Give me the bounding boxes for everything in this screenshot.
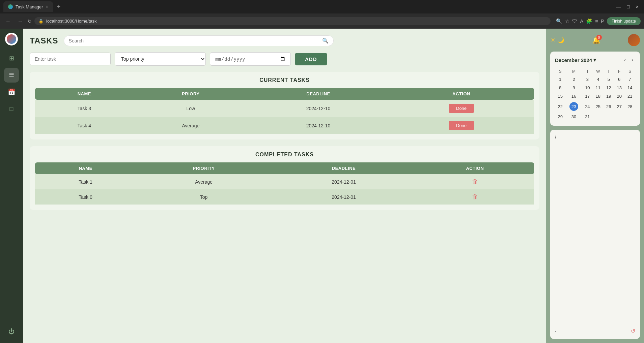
calendar-grid: S M T W T F S 12345678910111213141516171… — [555, 68, 635, 121]
calendar-day[interactable]: 23 — [565, 100, 582, 113]
moon-icon[interactable]: 🌙 — [558, 37, 564, 43]
task-input[interactable] — [30, 53, 111, 65]
calendar-day[interactable]: 28 — [624, 100, 635, 113]
notification-btn[interactable]: 🔔 0 — [592, 36, 600, 44]
table-row: Task 3 Low 2024-12-10 Done — [35, 100, 534, 117]
day-header-s: S — [555, 68, 565, 75]
calendar-day[interactable]: 20 — [614, 92, 624, 100]
calendar-prev-btn[interactable]: ‹ — [622, 56, 628, 64]
calendar-day[interactable]: 11 — [593, 84, 603, 92]
address-bar[interactable]: 🔒 localhost:3000/Home/task — [34, 17, 551, 25]
search-bar[interactable]: 🔍 — [64, 35, 334, 46]
search-input[interactable] — [69, 38, 319, 43]
forward-btn[interactable]: → — [16, 17, 25, 26]
shield-icon[interactable]: 🛡 — [572, 18, 577, 24]
logout-icon: ⏻ — [8, 328, 15, 335]
delete-icon[interactable]: 🗑 — [472, 178, 478, 185]
done-btn[interactable]: Done — [449, 121, 474, 130]
current-tasks-table: NAME PRIORY DEADLINE ACTION Task 3 Low 2… — [35, 88, 534, 134]
calendar-day[interactable]: 21 — [624, 92, 635, 100]
table-row: Task 0 Top 2024-12-01 🗑 — [35, 189, 534, 205]
new-tab-btn[interactable]: + — [54, 2, 63, 12]
calendar-day[interactable]: 15 — [555, 92, 565, 100]
col-deadline: DEADLINE — [272, 162, 416, 174]
calendar-day[interactable]: 14 — [624, 84, 635, 92]
calendar-day[interactable]: 31 — [582, 113, 593, 121]
calendar-next-btn[interactable]: › — [629, 56, 635, 64]
calendar-day[interactable]: 1 — [555, 75, 565, 84]
task-action[interactable]: 🗑 — [416, 174, 534, 189]
profile-icon[interactable]: A — [580, 18, 583, 24]
calendar-day[interactable]: 6 — [614, 75, 624, 84]
calendar-day[interactable]: 8 — [555, 84, 565, 92]
calendar-day[interactable]: 30 — [565, 113, 582, 121]
calendar-day[interactable]: 19 — [604, 92, 614, 100]
menu-icon[interactable]: ≡ — [595, 18, 598, 24]
calendar-day[interactable]: 12 — [604, 84, 614, 92]
notes-refresh-icon[interactable]: ↺ — [631, 328, 635, 334]
sidebar-item-board[interactable]: □ — [4, 101, 19, 116]
calendar-day[interactable]: 29 — [555, 113, 565, 121]
calendar-day[interactable]: 27 — [614, 100, 624, 113]
calendar-day[interactable]: 4 — [593, 75, 603, 84]
calendar-day[interactable]: 10 — [582, 84, 593, 92]
zoom-icon[interactable]: 🔍 — [556, 18, 562, 24]
add-btn[interactable]: ADD — [295, 53, 327, 65]
calendar-day[interactable]: 22 — [555, 100, 565, 113]
day-header-t: T — [582, 68, 593, 75]
calendar-day[interactable]: 13 — [614, 84, 624, 92]
profile2-icon[interactable]: P — [601, 18, 604, 24]
extension-icon[interactable]: 🧩 — [586, 18, 592, 24]
notes-content[interactable]: / — [555, 134, 635, 322]
bookmark-icon[interactable]: ☆ — [565, 18, 569, 24]
toolbar-icons: 🔍 ☆ 🛡 A 🧩 ≡ P — [556, 18, 604, 24]
calendar-day[interactable]: 18 — [593, 92, 603, 100]
task-action[interactable]: Done — [389, 117, 534, 134]
avatar[interactable] — [628, 34, 640, 46]
calendar-day[interactable]: 5 — [604, 75, 614, 84]
task-deadline: 2024-12-01 — [272, 174, 416, 189]
tab-close-btn[interactable]: × — [46, 4, 48, 9]
table-row: Task 4 Average 2024-12-10 Done — [35, 117, 534, 134]
day-header-t2: T — [604, 68, 614, 75]
sidebar-item-list[interactable]: ☰ — [4, 68, 19, 83]
done-btn[interactable]: Done — [449, 104, 474, 113]
col-action: ACTION — [416, 162, 534, 174]
notes-dash: - — [555, 329, 556, 334]
finish-update-btn[interactable]: Finish update — [607, 17, 641, 25]
calendar-day[interactable]: 16 — [565, 92, 582, 100]
list-icon: ☰ — [9, 71, 14, 79]
table-row: Task 1 Average 2024-12-01 🗑 — [35, 174, 534, 189]
close-btn[interactable]: × — [634, 3, 641, 10]
search-icon[interactable]: 🔍 — [322, 38, 329, 44]
active-tab[interactable]: Task Manager × — [3, 1, 53, 12]
calendar-day[interactable]: 3 — [582, 75, 593, 84]
calendar-day[interactable]: 17 — [582, 92, 593, 100]
sidebar-item-calendar[interactable]: 📅 — [4, 85, 19, 99]
sun-icon[interactable]: ☀ — [550, 36, 556, 44]
calendar-day[interactable]: 24 — [582, 100, 593, 113]
priority-select[interactable]: Top priority Average Low — [115, 52, 206, 66]
refresh-btn[interactable]: ↻ — [28, 19, 32, 24]
calendar-day[interactable]: 2 — [565, 75, 582, 84]
task-action[interactable]: 🗑 — [416, 189, 534, 205]
completed-tasks-title: COMPLETED TASKS — [35, 152, 534, 158]
calendar-dropdown-icon[interactable]: ▾ — [593, 57, 596, 63]
minimize-btn[interactable]: — — [614, 3, 623, 10]
calendar-day[interactable]: 25 — [593, 100, 603, 113]
calendar-day[interactable]: 7 — [624, 75, 635, 84]
date-input[interactable] — [210, 52, 291, 66]
task-deadline: 2024-12-10 — [248, 117, 389, 134]
back-btn[interactable]: ← — [3, 17, 13, 26]
col-name: NAME — [35, 88, 134, 100]
calendar-day[interactable]: 26 — [604, 100, 614, 113]
delete-icon[interactable]: 🗑 — [472, 193, 478, 200]
calendar-day[interactable]: 9 — [565, 84, 582, 92]
maximize-btn[interactable]: □ — [625, 3, 632, 10]
sidebar-logout-btn[interactable]: ⏻ — [4, 324, 19, 339]
calendar-month: December 2024 ▾ — [555, 57, 596, 63]
task-action[interactable]: Done — [389, 100, 534, 117]
calendar-nav: ‹ › — [622, 56, 635, 64]
notes-divider — [555, 325, 635, 325]
sidebar-item-dashboard[interactable]: ⊞ — [4, 51, 19, 66]
